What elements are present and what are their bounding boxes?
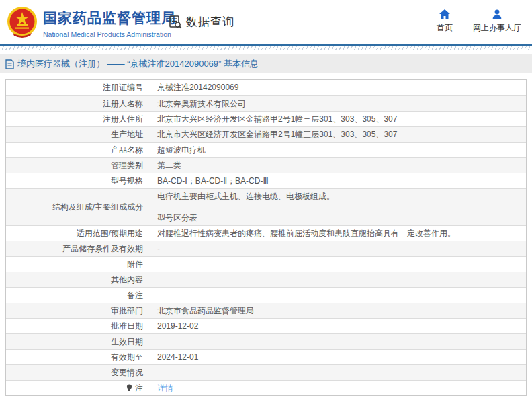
row-value-text: 第二类 bbox=[157, 160, 181, 171]
row-label-text: 生效日期 bbox=[111, 336, 143, 348]
row-value-text: 京械注准20142090069 bbox=[157, 82, 238, 93]
row-label-text: 变更情况 bbox=[111, 367, 143, 379]
row-value: BA-CD-Ⅰ；BA-CD-Ⅱ；BA-CD-Ⅲ bbox=[150, 173, 526, 188]
row-label: 产品名称 bbox=[6, 143, 150, 157]
data-query-tab[interactable]: 数据查询 bbox=[168, 14, 234, 30]
table-row: 管理类别第二类 bbox=[6, 157, 526, 173]
row-value bbox=[150, 288, 526, 303]
table-row: 备注 bbox=[6, 287, 526, 303]
table-row: 注册人名称北京奔奥新技术有限公司 bbox=[6, 95, 526, 111]
row-label: 备注 bbox=[6, 288, 150, 303]
nav-item-label: 首页 bbox=[437, 22, 453, 34]
row-label: 型号规格 bbox=[6, 173, 150, 188]
row-value: 北京市大兴区经济开发区金辅路甲2号1幢三层301、303、305、307 bbox=[150, 127, 526, 142]
row-label-text: 产品名称 bbox=[111, 145, 143, 156]
nav-item-home[interactable]: 首页 bbox=[437, 9, 453, 34]
document-icon bbox=[5, 59, 14, 69]
row-label: 附件 bbox=[6, 257, 150, 272]
row-value: 第二类 bbox=[150, 158, 526, 173]
row-label: 适用范围/预期用途 bbox=[6, 226, 150, 241]
row-value: 电疗机主要由柜式主机、连接电缆、电极板组成。型号区分表 bbox=[150, 189, 526, 225]
row-value: 北京奔奥新技术有限公司 bbox=[150, 96, 526, 111]
row-value: - bbox=[150, 241, 526, 256]
row-label: 管理类别 bbox=[6, 158, 150, 173]
row-label-text: 生产地址 bbox=[111, 129, 143, 141]
row-value-text: 电疗机主要由柜式主机、连接电缆、电极板组成。 bbox=[157, 191, 335, 202]
row-value-text: 2024-12-01 bbox=[157, 352, 198, 362]
row-label-text: 结构及组成/主要组成成分 bbox=[52, 202, 143, 213]
row-label: 注册人住所 bbox=[6, 112, 150, 126]
row-label-text: 注册人名称 bbox=[103, 98, 143, 110]
user-icon bbox=[492, 9, 502, 19]
table-row: 审批部门北京市食品药品监督管理局 bbox=[6, 303, 526, 318]
row-value-text: 北京市大兴区经济开发区金辅路甲2号1幢三层301、303、305、307 bbox=[157, 114, 397, 125]
row-value-text: - bbox=[157, 244, 160, 253]
row-value-text: 北京奔奥新技术有限公司 bbox=[157, 98, 246, 110]
home-icon bbox=[439, 9, 450, 19]
row-label: 审批部门 bbox=[6, 303, 150, 318]
row-value: 对腰椎退行性病变患者的疼痛、腰椎前屈活动度和患肢直腿抬高具有一定改善作用。 bbox=[150, 226, 526, 241]
nav-item-service-hall[interactable]: 网上办事大厅 bbox=[473, 9, 521, 34]
row-label: 产品储存条件及有效期 bbox=[6, 241, 150, 256]
org-name-en: National Medical Products Administration bbox=[43, 30, 176, 38]
national-emblem-logo bbox=[6, 6, 38, 38]
row-value-text: 对腰椎退行性病变患者的疼痛、腰椎前屈活动度和患肢直腿抬高具有一定改善作用。 bbox=[157, 228, 455, 239]
row-label: 注册证编号 bbox=[6, 80, 150, 95]
table-row: 型号规格BA-CD-Ⅰ；BA-CD-Ⅱ；BA-CD-Ⅲ bbox=[6, 173, 526, 188]
hatched-divider bbox=[0, 46, 532, 50]
row-label-text: 有效期至 bbox=[111, 352, 143, 363]
row-label-text: 注册人住所 bbox=[103, 114, 143, 125]
row-label: 注 bbox=[6, 381, 150, 395]
row-label: 结构及组成/主要组成成分 bbox=[6, 189, 150, 225]
row-label-text: 管理类别 bbox=[111, 160, 143, 171]
note-icon bbox=[126, 384, 132, 392]
row-label: 生产地址 bbox=[6, 127, 150, 142]
row-label-text: 注 bbox=[135, 383, 143, 394]
row-value bbox=[150, 365, 526, 380]
row-label-text: 注册证编号 bbox=[103, 82, 143, 93]
data-query-label: 数据查询 bbox=[186, 14, 234, 30]
nav-item-label: 网上办事大厅 bbox=[473, 22, 521, 34]
table-row: 变更情况 bbox=[6, 364, 526, 380]
org-title-block: 国家药品监督管理局 National Medical Products Admi… bbox=[43, 9, 176, 38]
table-row: 有效期至2024-12-01 bbox=[6, 349, 526, 364]
table-row: 产品储存条件及有效期- bbox=[6, 241, 526, 256]
row-label: 变更情况 bbox=[6, 365, 150, 380]
row-label: 注册人名称 bbox=[6, 96, 150, 111]
row-value-text: 超短波电疗机 bbox=[157, 145, 206, 156]
row-value-text: 2019-12-02 bbox=[157, 321, 198, 331]
row-value: 京械注准20142090069 bbox=[150, 80, 526, 95]
table-row: 生产地址北京市大兴区经济开发区金辅路甲2号1幢三层301、303、305、307 bbox=[6, 126, 526, 142]
table-row: 生效日期 bbox=[6, 333, 526, 349]
row-value: 超短波电疗机 bbox=[150, 143, 526, 157]
table-row: 注册人住所北京市大兴区经济开发区金辅路甲2号1幢三层301、303、305、30… bbox=[6, 111, 526, 126]
table-row: 附件 bbox=[6, 256, 526, 272]
row-value bbox=[150, 334, 526, 349]
row-label-text: 附件 bbox=[127, 259, 143, 270]
org-name-zh: 国家药品监督管理局 bbox=[43, 9, 176, 28]
row-value: 2019-12-02 bbox=[150, 319, 526, 333]
row-label: 有效期至 bbox=[6, 350, 150, 364]
table-row: 产品名称超短波电疗机 bbox=[6, 142, 526, 157]
breadcrumb-text: 境内医疗器械（注册） —— “京械注准20142090069” 基本信息 bbox=[17, 58, 259, 70]
row-value-text: BA-CD-Ⅰ；BA-CD-Ⅱ；BA-CD-Ⅲ bbox=[157, 175, 269, 187]
row-value bbox=[150, 257, 526, 272]
row-value bbox=[150, 272, 526, 287]
row-label: 其他内容 bbox=[6, 272, 150, 287]
row-value: 北京市大兴区经济开发区金辅路甲2号1幢三层301、303、305、307 bbox=[150, 112, 526, 126]
row-label-text: 批准日期 bbox=[111, 321, 143, 332]
row-label: 批准日期 bbox=[6, 319, 150, 333]
breadcrumb: 境内医疗器械（注册） —— “京械注准20142090069” 基本信息 bbox=[0, 54, 532, 73]
row-label-text: 产品储存条件及有效期 bbox=[62, 243, 143, 255]
page-header: 国家药品监督管理局 National Medical Products Admi… bbox=[0, 0, 532, 44]
row-value: 详情 bbox=[150, 381, 526, 395]
table-row: 其他内容 bbox=[6, 272, 526, 287]
row-label-text: 备注 bbox=[127, 290, 143, 301]
table-row: 注册证编号京械注准20142090069 bbox=[6, 80, 526, 95]
row-label-text: 审批部门 bbox=[111, 305, 143, 317]
detail-link[interactable]: 详情 bbox=[157, 383, 173, 394]
row-value: 2024-12-01 bbox=[150, 350, 526, 364]
table-row: 结构及组成/主要组成成分电疗机主要由柜式主机、连接电缆、电极板组成。型号区分表 bbox=[6, 188, 526, 225]
row-label: 生效日期 bbox=[6, 334, 150, 349]
document-search-icon bbox=[168, 15, 183, 30]
